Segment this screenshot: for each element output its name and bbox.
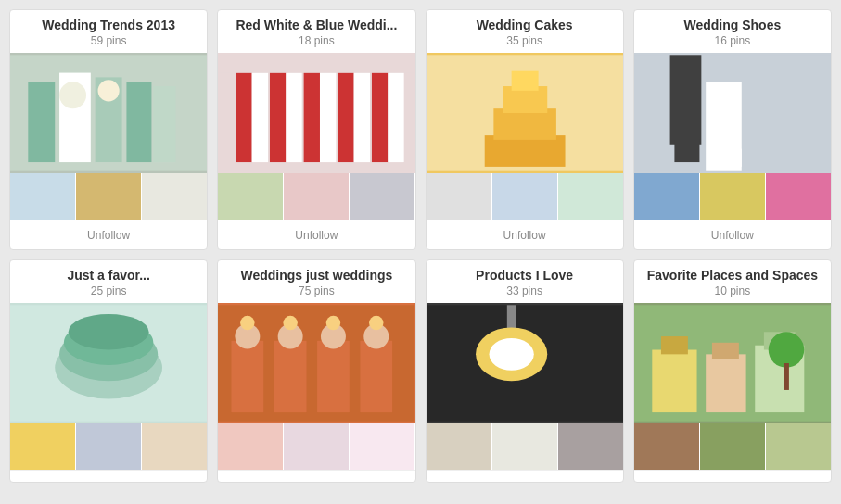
- svg-rect-1: [28, 82, 55, 162]
- board-footer-red-white: Unfollow: [218, 220, 414, 249]
- board-pins-shoes: 16 pins: [634, 34, 831, 53]
- svg-point-47: [369, 316, 383, 330]
- board-main-image-shoes: [634, 53, 831, 173]
- board-thumb-wedding-trends-0: [10, 173, 75, 220]
- board-main-image-favorite: [634, 303, 831, 423]
- board-thumb-shoes-2: [765, 173, 831, 220]
- board-card-favorite: Favorite Places and Spaces10 pins: [633, 259, 832, 483]
- board-images-shoes: [634, 53, 831, 220]
- board-footer-favor: [10, 470, 207, 482]
- board-main-image-wedding-trends: [10, 53, 207, 173]
- board-card-products: Products I Love33 pins: [426, 259, 624, 483]
- svg-rect-42: [317, 341, 350, 412]
- svg-rect-4: [126, 82, 151, 162]
- board-thumbs-red-white: [218, 173, 414, 220]
- board-pins-favor: 25 pins: [10, 284, 207, 303]
- board-main-image-products: [427, 303, 623, 423]
- svg-rect-26: [669, 55, 701, 144]
- svg-rect-9: [236, 73, 252, 162]
- board-pins-cakes: 35 pins: [427, 34, 623, 53]
- board-thumb-products-0: [427, 423, 491, 470]
- board-title-products: Products I Love: [427, 260, 623, 284]
- board-card-wedding-trends: Wedding Trends 201359 pinsUnfollow: [9, 9, 208, 250]
- svg-rect-11: [270, 73, 286, 162]
- unfollow-button-cakes[interactable]: Unfollow: [496, 227, 554, 244]
- board-card-weddings: Weddings just weddings75 pins: [217, 259, 415, 483]
- board-thumb-wedding-trends-2: [141, 173, 207, 220]
- board-thumbs-cakes: [427, 173, 623, 220]
- board-thumb-favorite-2: [765, 423, 831, 470]
- board-images-favor: [10, 303, 207, 470]
- board-card-shoes: Wedding Shoes16 pinsUnfollow: [633, 9, 832, 250]
- svg-rect-17: [372, 73, 388, 162]
- svg-rect-54: [661, 336, 688, 354]
- svg-rect-60: [784, 363, 789, 390]
- board-thumb-shoes-1: [699, 173, 765, 220]
- board-main-image-favor: [10, 303, 207, 423]
- svg-rect-39: [274, 341, 307, 412]
- svg-point-38: [240, 316, 254, 330]
- board-images-red-white: [218, 53, 414, 220]
- svg-point-6: [59, 82, 86, 108]
- board-footer-shoes: Unfollow: [634, 220, 831, 249]
- board-thumb-weddings-0: [218, 423, 283, 470]
- board-title-shoes: Wedding Shoes: [634, 10, 831, 34]
- board-pins-weddings: 75 pins: [218, 284, 414, 303]
- svg-rect-45: [361, 341, 393, 412]
- board-title-favorite: Favorite Places and Spaces: [634, 260, 831, 284]
- board-thumb-favorite-1: [699, 423, 765, 470]
- board-footer-cakes: Unfollow: [427, 220, 623, 249]
- svg-rect-21: [484, 135, 565, 167]
- svg-rect-53: [652, 350, 696, 413]
- board-title-red-white: Red White & Blue Weddi...: [218, 10, 414, 34]
- board-pins-favorite: 10 pins: [634, 284, 831, 303]
- svg-rect-36: [232, 341, 264, 412]
- svg-rect-15: [338, 73, 354, 162]
- board-thumbs-favorite: [634, 423, 831, 470]
- board-thumb-red-white-0: [218, 173, 283, 220]
- board-thumb-cakes-2: [557, 173, 623, 220]
- board-footer-wedding-trends: Unfollow: [10, 220, 207, 249]
- svg-point-59: [768, 332, 804, 368]
- svg-rect-16: [354, 73, 370, 162]
- board-thumb-red-white-1: [283, 173, 349, 220]
- board-thumb-shoes-0: [634, 173, 699, 220]
- svg-rect-18: [389, 73, 404, 162]
- board-main-image-red-white: [218, 53, 414, 173]
- board-title-wedding-trends: Wedding Trends 2013: [10, 10, 207, 34]
- board-thumbs-wedding-trends: [10, 173, 207, 220]
- board-images-weddings: [218, 303, 414, 470]
- svg-point-41: [284, 316, 298, 330]
- unfollow-button-red-white[interactable]: Unfollow: [287, 227, 345, 244]
- svg-rect-14: [320, 73, 336, 162]
- board-thumb-products-2: [557, 423, 623, 470]
- board-thumb-favor-2: [141, 423, 207, 470]
- board-thumbs-favor: [10, 423, 207, 470]
- board-card-red-white: Red White & Blue Weddi...18 pinsUnfollow: [217, 9, 415, 250]
- board-pins-wedding-trends: 59 pins: [10, 34, 207, 53]
- svg-rect-56: [712, 343, 739, 359]
- unfollow-button-wedding-trends[interactable]: Unfollow: [80, 227, 137, 244]
- svg-point-34: [69, 314, 149, 350]
- board-thumb-wedding-trends-1: [75, 173, 141, 220]
- board-footer-products: [427, 470, 623, 482]
- board-thumb-cakes-0: [427, 173, 491, 220]
- svg-point-51: [489, 338, 533, 371]
- board-card-favor: Just a favor...25 pins: [9, 259, 208, 483]
- svg-rect-13: [304, 73, 320, 162]
- svg-rect-10: [252, 73, 268, 162]
- board-thumbs-weddings: [218, 423, 414, 470]
- board-images-cakes: [427, 53, 623, 220]
- unfollow-button-shoes[interactable]: Unfollow: [704, 227, 761, 244]
- svg-rect-29: [707, 149, 742, 167]
- board-title-weddings: Weddings just weddings: [218, 260, 414, 284]
- board-main-image-cakes: [427, 53, 623, 173]
- svg-rect-12: [287, 73, 302, 162]
- svg-point-44: [326, 316, 340, 330]
- svg-rect-24: [511, 71, 538, 91]
- board-images-products: [427, 303, 623, 470]
- board-pins-red-white: 18 pins: [218, 34, 414, 53]
- board-pins-products: 33 pins: [427, 284, 623, 303]
- board-thumb-favorite-0: [634, 423, 699, 470]
- svg-rect-28: [674, 140, 699, 162]
